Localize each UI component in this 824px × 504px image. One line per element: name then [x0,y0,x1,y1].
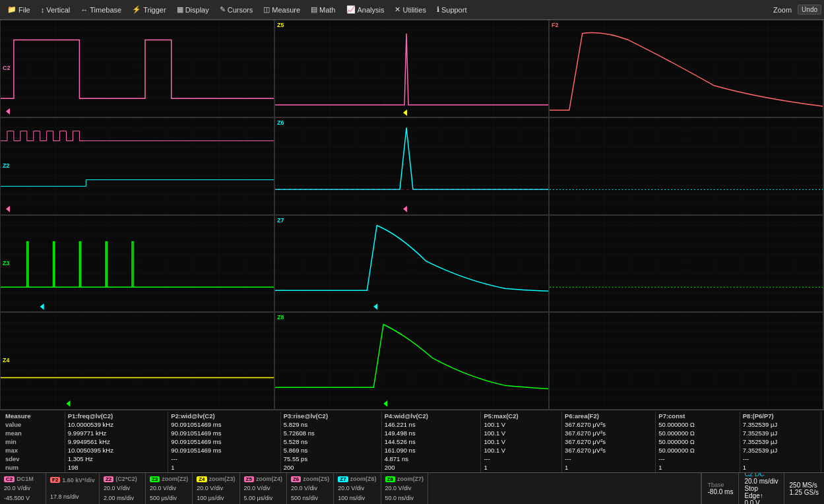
menu-timebase[interactable]: ↔ Timebase [76,5,126,15]
measure-cell: 9.9949561 kHz [65,437,168,446]
measure-cell: 5.72608 ns [280,429,381,437]
measure-col-header: P7:const [656,412,740,420]
panel-z7[interactable]: Z7 [274,215,549,313]
measure-row-label: max [3,446,65,455]
measure-col-header: P3:rise@lv(C2) [280,412,381,420]
status-channel-z2[interactable]: Z2 (C2*C2) 20.0 V/div 2.00 ms/div [100,473,146,504]
panel-empty3[interactable] [549,312,823,410]
status-channel-z4[interactable]: Z4 zoom(Z3) 20.0 V/div 100 μs/div [193,473,239,504]
measure-cell: 100.1 V [481,429,562,437]
menu-analysis[interactable]: 📈 Analysis [342,4,389,15]
measure-col-header: P1:freq@lv(C2) [65,412,168,420]
ch-badge-c2: C2 [4,476,15,482]
status-channel-z8[interactable]: Z8 zoom(Z7) 20.0 V/div 50.0 ns/div [381,473,428,504]
menu-display[interactable]: ▦ Display [172,4,214,15]
panel-empty1[interactable] [549,117,823,215]
menu-utilities[interactable]: ✕ Utilities [390,4,430,15]
panel-z4[interactable]: Z4 [0,312,274,410]
ch-offset: -45.500 V [4,495,42,501]
measure-cell: 7.352539 μJ [740,420,821,429]
zoom-label: Zoom [769,5,796,15]
sample-section: 250 MS/s 1.25 GS/s [784,473,824,504]
measure-cell: 7.352539 μJ [740,429,821,437]
trigger-section: Trigger C2 DC 20.0 ms/div Stop Edge↑ 0.0… [738,473,783,504]
measure-cell: 50.000000 Ω [656,437,740,446]
measure-cell: 100.1 V [481,437,562,446]
measure-cell: 367.6270 μV²s [562,437,656,446]
measure-cell: --- [562,455,656,463]
panel-z3[interactable]: Z3 [0,215,274,313]
menu-support[interactable]: ℹ Support [432,4,472,15]
measure-row-label: sdev [3,455,65,463]
measure-cell: 10.0000539 kHz [65,420,168,429]
measure-cell: 100.1 V [481,420,562,429]
trigger-edge: Edge↑ [744,492,778,499]
measure-cell: 144.526 ns [381,437,481,446]
measure-cell: 1 [656,463,740,472]
sample-rate1: 250 MS/s [790,482,819,489]
menu-math[interactable]: ▤ Math [306,4,340,15]
measure-cell: --- [168,455,280,463]
measure-col-header: P5:max(C2) [481,412,562,420]
ch-coupling: zoom(Z7) [397,476,424,482]
measure-cell: 5.528 ns [280,437,381,446]
status-channel-z3[interactable]: Z3 zoom(Z2) 20.0 V/div 500 μs/div [146,473,193,504]
measure-cell: --- [740,455,821,463]
ch-coupling: (C2*C2) [115,476,137,482]
ch-coupling: zoom(Z2) [162,476,188,482]
measure-cell: 75.55 ps [280,455,381,463]
measure-cell: --- [656,455,740,463]
status-channel-z7[interactable]: Z7 zoom(Z6) 20.0 V/div 100 ns/div [334,473,381,504]
menu-measure[interactable]: ◫ Measure [259,4,305,15]
display-icon: ▦ [177,5,183,14]
ch-badge-z6: Z6 [291,476,301,482]
file-icon: 📁 [7,5,16,14]
measure-col-header: P4:wid@lv(C2) [381,412,481,420]
menu-cursors[interactable]: ✎ Cursors [215,4,258,15]
ch-div: 20.0 V/div [244,485,282,491]
measure-cell: 1 [740,463,821,472]
measure-cell: 10.0050395 kHz [65,446,168,455]
panel-z6[interactable]: Z6 [274,117,549,215]
measure-cell: 4.871 ns [381,455,481,463]
status-channel-z6[interactable]: Z6 zoom(Z5) 20.0 V/div 500 ns/div [287,473,334,504]
status-channel-z5[interactable]: Z5 zoom(Z4) 20.0 V/div 5.00 μs/div [240,473,287,504]
measure-row-label: value [3,420,65,429]
ch-div: 20.0 V/div [385,485,424,491]
panel-z8[interactable]: Z8 [274,312,549,410]
status-bar: C2 DC1M 20.0 V/div -45.500 V F2 1.60 kV²… [0,472,824,504]
svg-text:Z4: Z4 [3,357,9,363]
measure-row-label: min [3,437,65,446]
measure-cell: --- [481,455,562,463]
panel-empty2[interactable] [549,215,823,313]
ch-div: 20.0 V/div [338,485,376,491]
measure-cell: 200 [280,463,381,472]
panel-z2[interactable]: Z2 [0,117,274,215]
ch-badge-z2: Z2 [104,476,113,482]
status-channel-c2[interactable]: C2 DC1M 20.0 V/div -45.500 V [0,473,46,504]
panel-f2[interactable]: F2 [549,20,823,117]
scope-area: C2 [0,20,824,410]
undo-button[interactable]: Undo [798,5,821,15]
ch-coupling: zoom(Z3) [209,476,236,482]
panel-z5[interactable]: Z5 [274,20,549,117]
ch-badge-f2: F2 [50,477,60,483]
menu-trigger[interactable]: ⚡ Trigger [127,4,170,15]
menu-file[interactable]: 📁 File [3,4,35,15]
measure-row-label: num [3,463,65,472]
menu-vertical[interactable]: ↕ Vertical [36,5,75,15]
ch-badge-z4: Z4 [197,476,206,482]
measure-cell: 7.352539 μJ [740,446,821,455]
measure-col-header: P6:area(F2) [562,412,656,420]
ch-badge-z5: Z5 [244,476,254,482]
measure-cell: 100.1 V [481,446,562,455]
tbase-label: Tbase [707,482,733,488]
measure-cell: 1 [562,463,656,472]
measure-cell: 5.829 ns [280,420,381,429]
svg-text:F2: F2 [552,22,558,28]
measure-cell: 1 [481,463,562,472]
status-channel-f2[interactable]: F2 1.60 kV²/div 17.8 ns/div [46,473,100,504]
panel-c2[interactable]: C2 [0,20,274,117]
tbase-val: -80.0 ms [707,488,733,495]
ch-coupling: zoom(Z6) [350,476,377,482]
